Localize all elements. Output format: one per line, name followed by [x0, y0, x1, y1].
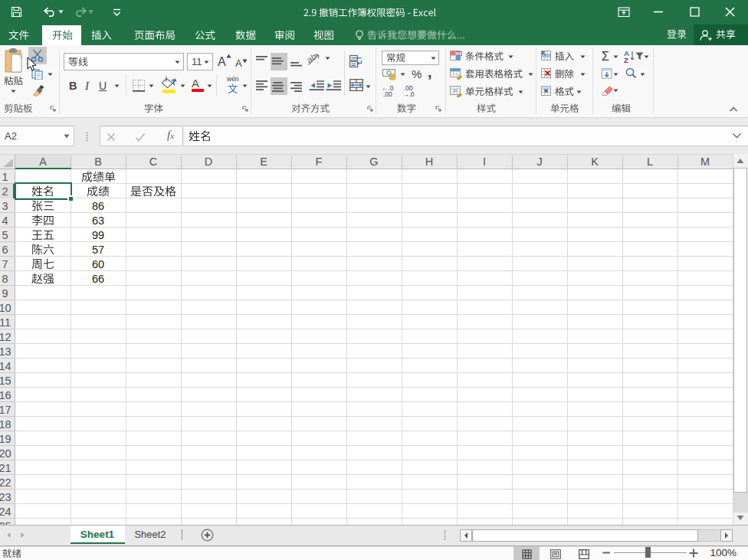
svg-text:.00: .00	[383, 90, 392, 97]
svg-text:→.0: →.0	[402, 90, 415, 97]
